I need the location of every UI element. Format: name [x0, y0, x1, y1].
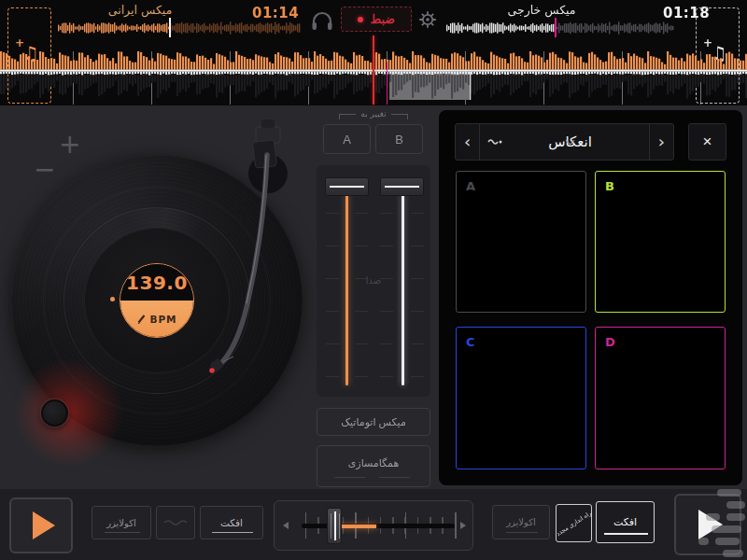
zoom-out-button[interactable]: − — [34, 157, 55, 183]
strobe-knob[interactable] — [41, 399, 68, 427]
crossfader-left-arrow[interactable] — [283, 522, 289, 529]
fader-ticks — [380, 213, 393, 386]
crossfader-right-arrow[interactable] — [460, 522, 466, 529]
deck-b-equalizer-button[interactable]: اکولایزر — [492, 505, 550, 539]
headphones-icon[interactable] — [311, 10, 333, 31]
select-deck-b-button[interactable]: B — [375, 124, 423, 154]
fader-ticks — [326, 213, 339, 386]
sync-underline — [334, 477, 365, 478]
deck-b-mini-waveform[interactable] — [446, 21, 674, 35]
bracket-right — [391, 114, 408, 119]
divider — [479, 124, 480, 160]
deck-a-time: 01:14 — [252, 5, 293, 21]
deck-a-equalizer-button[interactable]: اکولایزر — [92, 506, 151, 539]
deck-b-play-button[interactable] — [674, 494, 741, 555]
edit-pencil-icon — [136, 314, 147, 324]
fx-pad-a[interactable]: A — [456, 171, 586, 313]
dj-mixer-app: + ♫ میکس ایرانی 01:14 ضبط میکس خارجی 01:… — [0, 0, 747, 560]
deck-b-title: میکس خارجی — [486, 3, 598, 17]
top-bar: + ♫ میکس ایرانی 01:14 ضبط میکس خارجی 01:… — [0, 0, 747, 105]
deck-a-mini-playhead — [169, 18, 171, 37]
select-deck-a-button[interactable]: A — [323, 124, 371, 154]
fader-ticks — [355, 213, 368, 386]
sync-underline — [379, 477, 410, 478]
fx-pad-c[interactable]: C — [456, 327, 586, 469]
button-underline — [105, 532, 140, 533]
volume-fader-panel: صدا — [317, 165, 430, 397]
switch-to-label-group: تغییر به — [327, 109, 420, 121]
fx-prev-button[interactable]: ‹ — [456, 133, 479, 150]
deck-a-mini-waveform[interactable] — [58, 21, 301, 35]
switch-to-label: تغییر به — [360, 109, 386, 119]
label-dot — [110, 297, 115, 301]
bpm-value: 139.0 — [126, 272, 188, 294]
crossfader-track — [302, 524, 455, 528]
deck-b-restart-button[interactable]: راه اندازی مجدد — [556, 504, 592, 542]
fx-next-button[interactable]: › — [650, 133, 673, 150]
deck-a-volume-track — [345, 193, 348, 385]
deck-b-volume-fader-handle[interactable] — [380, 177, 424, 196]
settings-gear-icon[interactable] — [417, 9, 438, 30]
deck-a-title: میکس ایرانی — [84, 3, 196, 17]
deck-a-volume-fader-handle[interactable] — [325, 177, 369, 196]
wave-icon — [163, 518, 188, 527]
tonearm[interactable] — [187, 112, 308, 392]
volume-label: صدا — [317, 275, 430, 286]
deck-b-fx-button[interactable]: افکت — [596, 501, 655, 543]
deck-a-fx-button[interactable]: افکت — [200, 506, 263, 539]
sync-label: همگامسازی — [348, 457, 400, 469]
cue-point-marker — [387, 62, 388, 105]
record-button[interactable]: ضبط — [341, 7, 412, 32]
fx-selector-bar: ‹ انعکاس › — [455, 123, 674, 161]
deck-b-volume-track — [402, 193, 404, 385]
crossfader[interactable] — [274, 500, 473, 551]
button-underline — [212, 532, 253, 534]
button-underline — [604, 533, 648, 535]
playhead-marker — [373, 35, 374, 105]
fx-close-button[interactable]: × — [688, 123, 726, 161]
record-dot-icon — [358, 17, 363, 22]
fx-pad-b[interactable]: B — [595, 171, 726, 313]
sync-button[interactable]: همگامسازی — [317, 445, 430, 487]
deck-b-mini-playhead — [555, 18, 557, 37]
button-underline — [506, 532, 538, 533]
record-label: ضبط — [371, 12, 395, 26]
fader-ticks — [411, 213, 424, 386]
deck-a-loop-button[interactable] — [156, 506, 195, 539]
zoom-in-button[interactable]: + — [59, 132, 80, 158]
deck-a-play-button[interactable] — [9, 497, 73, 553]
bpm-unit: BPM — [149, 314, 176, 325]
automix-button[interactable]: میکس اتوماتیک — [317, 408, 430, 436]
fx-pad-d[interactable]: D — [595, 327, 726, 469]
play-icon — [33, 511, 55, 539]
bpm-display[interactable]: 139.0 BPM — [120, 263, 194, 338]
play-icon — [698, 510, 723, 539]
crossfader-handle[interactable] — [327, 508, 342, 544]
fx-panel: ‹ انعکاس › × A B C D — [439, 110, 742, 485]
bracket-left — [339, 114, 356, 119]
